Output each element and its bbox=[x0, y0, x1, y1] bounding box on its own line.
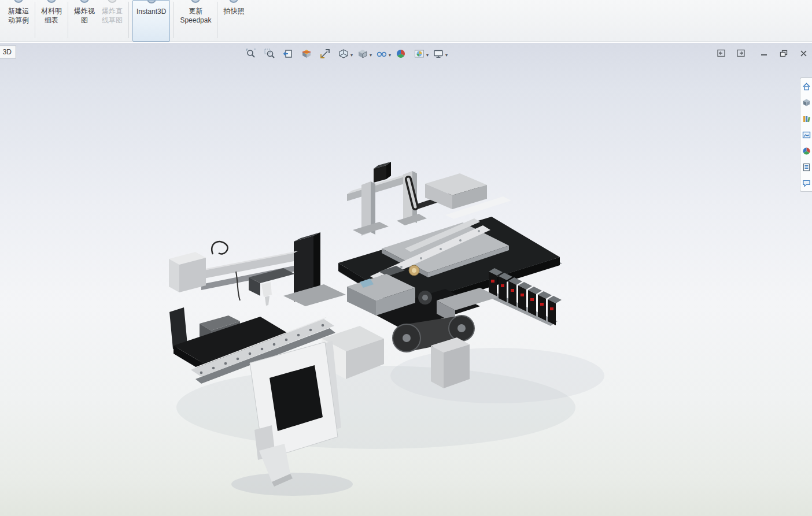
edit-appearance-icon[interactable] bbox=[394, 47, 407, 60]
zoom-to-fit-icon[interactable] bbox=[245, 47, 257, 60]
ribbon-button-label: 图 bbox=[81, 16, 88, 25]
explode-line-sketch-icon bbox=[107, 0, 117, 6]
view-orientation-dropdown[interactable]: ▾ bbox=[350, 53, 353, 58]
section-view-icon[interactable] bbox=[300, 47, 313, 60]
hide-show-items-dropdown[interactable]: ▾ bbox=[389, 53, 391, 58]
exploded-view-icon bbox=[79, 0, 90, 6]
home-icon[interactable] bbox=[802, 81, 811, 91]
ribbon-button-label: Speedpak bbox=[180, 16, 211, 25]
custom-properties-icon[interactable] bbox=[802, 162, 811, 172]
minimize-icon[interactable] bbox=[759, 49, 769, 58]
ribbon-button-bill-of-materials[interactable]: 材料明 细表 bbox=[38, 0, 65, 42]
bill-of-materials-icon bbox=[46, 0, 57, 6]
ribbon-button-instant3d[interactable]: Instant3D bbox=[132, 0, 170, 42]
restore-window-icon[interactable] bbox=[778, 49, 789, 58]
close-icon[interactable] bbox=[798, 49, 809, 58]
motion-study-icon bbox=[13, 0, 24, 6]
zoom-to-area-icon[interactable] bbox=[263, 47, 276, 60]
ribbon-button-label: 更新 bbox=[189, 6, 202, 16]
ribbon-button-take-snapshot[interactable]: 拍快照 bbox=[220, 0, 248, 42]
ribbon-separator bbox=[128, 2, 129, 38]
instant3d-icon bbox=[146, 1, 157, 7]
heads-up-view-toolbar: ▾ ▾ ▾ ▾ ▾ bbox=[242, 47, 448, 60]
display-style-icon[interactable] bbox=[356, 47, 369, 60]
ribbon-button-exploded-view[interactable]: 爆炸视 图 bbox=[71, 0, 98, 42]
ribbon-button-label: 动算例 bbox=[8, 16, 29, 25]
design-library-icon[interactable] bbox=[802, 114, 811, 123]
view-palette-icon[interactable] bbox=[802, 130, 811, 139]
task-pane-tab-strip bbox=[800, 77, 812, 192]
view-settings-dropdown[interactable]: ▾ bbox=[445, 53, 448, 58]
assembly-model-svg[interactable] bbox=[0, 42, 812, 516]
pane-previous-icon[interactable] bbox=[716, 49, 726, 58]
apply-scene-icon[interactable] bbox=[413, 47, 426, 60]
ribbon-button-new-motion-study[interactable]: 新建运 动算例 bbox=[5, 0, 32, 42]
ribbon-separator bbox=[217, 2, 217, 38]
appearances-icon[interactable] bbox=[802, 146, 811, 155]
apply-scene-dropdown[interactable]: ▾ bbox=[426, 53, 429, 58]
ribbon-button-label: 材料明 bbox=[41, 6, 62, 16]
take-snapshot-icon bbox=[228, 0, 239, 6]
command-manager-ribbon: 新建运 动算例 材料明 细表 爆炸视 图 爆炸直 线草图 Instant3D 更… bbox=[0, 0, 812, 42]
window-controls bbox=[707, 49, 809, 58]
ribbon-button-update-speedpak[interactable]: 更新 Speedpak bbox=[176, 0, 215, 42]
ribbon-button-label: 新建运 bbox=[8, 6, 29, 16]
hmi-panel[interactable] bbox=[250, 341, 341, 487]
ribbon-button-label: 爆炸直 bbox=[102, 6, 123, 16]
view-orientation-icon[interactable] bbox=[337, 47, 350, 60]
view-settings-icon[interactable] bbox=[432, 47, 445, 60]
ribbon-button-label: Instant3D bbox=[136, 7, 166, 16]
ribbon-button-explode-line-sketch: 爆炸直 线草图 bbox=[98, 0, 126, 42]
pane-next-icon[interactable] bbox=[736, 49, 746, 58]
update-speedpak-icon bbox=[190, 0, 201, 6]
previous-view-icon[interactable] bbox=[282, 47, 294, 60]
ribbon-separator bbox=[35, 2, 35, 38]
floor-shadows bbox=[176, 348, 604, 496]
display-style-dropdown[interactable]: ▾ bbox=[370, 53, 372, 58]
solidworks-forum-icon[interactable] bbox=[802, 179, 811, 188]
ribbon-button-label: 爆炸视 bbox=[74, 6, 95, 16]
ribbon-button-label: 细表 bbox=[45, 16, 58, 25]
ribbon-separator bbox=[174, 2, 174, 38]
ribbon-separator bbox=[68, 2, 68, 38]
measure-icon[interactable] bbox=[319, 47, 331, 60]
hide-show-items-icon[interactable] bbox=[375, 47, 388, 60]
ribbon-button-label: 线草图 bbox=[102, 16, 123, 25]
ribbon-button-label: 拍快照 bbox=[223, 6, 244, 16]
solidworks-resources-icon[interactable] bbox=[802, 98, 811, 107]
